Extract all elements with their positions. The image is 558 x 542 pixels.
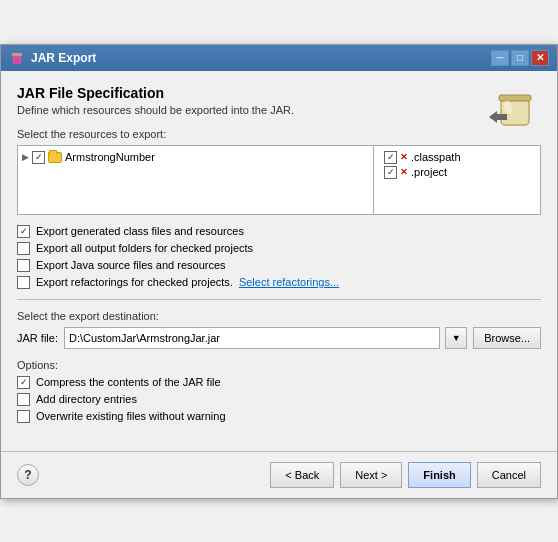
- svg-rect-1: [12, 53, 22, 56]
- jar-export-dialog: JAR Export ─ □ ✕ JAR File Specification …: [0, 44, 558, 499]
- resources-right-panel: ✕ .classpath ✕ .project: [380, 146, 540, 214]
- select-refactorings-link[interactable]: Select refactorings...: [239, 276, 339, 288]
- checkbox-armstrong[interactable]: [32, 151, 45, 164]
- svg-rect-0: [13, 55, 21, 64]
- file-classpath-label: .classpath: [411, 151, 461, 163]
- titlebar-left: JAR Export: [9, 50, 96, 66]
- help-button[interactable]: ?: [17, 464, 39, 486]
- compress-section: Options: Compress the contents of the JA…: [17, 359, 541, 423]
- export-refactorings-row: Export refactorings for checked projects…: [17, 276, 541, 289]
- export-classes-row: Export generated class files and resourc…: [17, 225, 541, 238]
- minimize-button[interactable]: ─: [491, 50, 509, 66]
- dialog-footer: ? < Back Next > Finish Cancel: [1, 451, 557, 498]
- tree-arrow-icon: ▶: [22, 152, 29, 162]
- file-item-project: ✕ .project: [384, 165, 536, 180]
- jar-image-icon: [489, 81, 541, 133]
- footer-left: ?: [17, 464, 39, 486]
- dropdown-arrow[interactable]: ▼: [445, 327, 467, 349]
- export-source-label: Export Java source files and resources: [36, 259, 226, 271]
- checkbox-export-output[interactable]: [17, 242, 30, 255]
- x-mark-classpath: ✕: [400, 152, 408, 162]
- tree-item-armstrong: ▶ ArmstrongNumber: [22, 150, 369, 165]
- x-mark-project: ✕: [400, 167, 408, 177]
- section-divider: [17, 299, 541, 300]
- export-refactorings-label: Export refactorings for checked projects…: [36, 276, 233, 288]
- resources-label: Select the resources to export:: [17, 128, 541, 140]
- dialog-content: JAR File Specification Define which reso…: [1, 71, 557, 441]
- destination-label: Select the export destination:: [17, 310, 541, 322]
- folder-icon: [48, 152, 62, 163]
- close-button[interactable]: ✕: [531, 50, 549, 66]
- checkbox-export-refactorings[interactable]: [17, 276, 30, 289]
- tree-item-label: ArmstrongNumber: [65, 151, 155, 163]
- checkbox-export-classes[interactable]: [17, 225, 30, 238]
- checkbox-add-dir[interactable]: [17, 393, 30, 406]
- browse-button[interactable]: Browse...: [473, 327, 541, 349]
- add-dir-row: Add directory entries: [17, 393, 541, 406]
- compress-row: Compress the contents of the JAR file: [17, 376, 541, 389]
- overwrite-label: Overwrite existing files without warning: [36, 410, 226, 422]
- export-output-row: Export all output folders for checked pr…: [17, 242, 541, 255]
- checkbox-export-source[interactable]: [17, 259, 30, 272]
- jar-file-row: JAR file: ▼ Browse...: [17, 327, 541, 349]
- page-description: Define which resources should be exporte…: [17, 104, 541, 116]
- export-output-label: Export all output folders for checked pr…: [36, 242, 253, 254]
- next-button[interactable]: Next >: [340, 462, 402, 488]
- finish-button[interactable]: Finish: [408, 462, 470, 488]
- file-item-classpath: ✕ .classpath: [384, 150, 536, 165]
- checkbox-overwrite[interactable]: [17, 410, 30, 423]
- jar-file-label: JAR file:: [17, 332, 58, 344]
- jar-file-input[interactable]: [64, 327, 440, 349]
- back-button[interactable]: < Back: [270, 462, 334, 488]
- checkbox-project[interactable]: [384, 166, 397, 179]
- titlebar: JAR Export ─ □ ✕: [1, 45, 557, 71]
- export-classes-label: Export generated class files and resourc…: [36, 225, 244, 237]
- jar-title-icon: [9, 50, 25, 66]
- export-source-row: Export Java source files and resources: [17, 259, 541, 272]
- checkbox-compress[interactable]: [17, 376, 30, 389]
- add-dir-label: Add directory entries: [36, 393, 137, 405]
- options-label: Options:: [17, 359, 541, 371]
- page-title: JAR File Specification: [17, 85, 541, 101]
- destination-section: Select the export destination: JAR file:…: [17, 310, 541, 349]
- titlebar-controls: ─ □ ✕: [491, 50, 549, 66]
- page-header: JAR File Specification Define which reso…: [17, 85, 541, 116]
- resources-tree: ▶ ArmstrongNumber: [18, 146, 374, 214]
- file-project-label: .project: [411, 166, 447, 178]
- footer-buttons: < Back Next > Finish Cancel: [270, 462, 541, 488]
- compress-label: Compress the contents of the JAR file: [36, 376, 221, 388]
- cancel-button[interactable]: Cancel: [477, 462, 541, 488]
- overwrite-row: Overwrite existing files without warning: [17, 410, 541, 423]
- svg-rect-3: [499, 95, 531, 101]
- maximize-button[interactable]: □: [511, 50, 529, 66]
- titlebar-title: JAR Export: [31, 51, 96, 65]
- export-options-section: Export generated class files and resourc…: [17, 225, 541, 289]
- checkbox-classpath[interactable]: [384, 151, 397, 164]
- resources-panel: ▶ ArmstrongNumber ✕ .classpath ✕ .projec…: [17, 145, 541, 215]
